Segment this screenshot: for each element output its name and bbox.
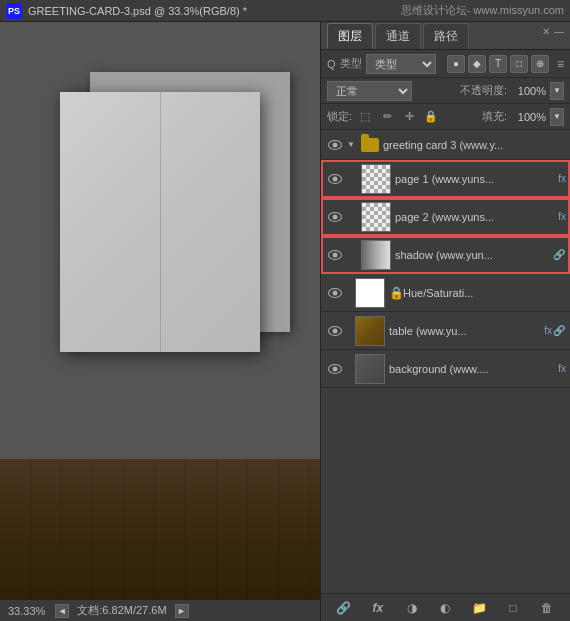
layer6-thumbnail (355, 354, 385, 384)
layer1-name: page 1 (www.yuns... (395, 173, 555, 185)
delete-layer-button[interactable]: 🗑 (536, 597, 558, 619)
group-expand-arrow[interactable]: ▼ (345, 139, 357, 151)
filter-type-label: 类型 (340, 56, 362, 71)
layer4-visibility-toggle[interactable] (325, 283, 345, 303)
link-layers-button[interactable]: 🔗 (333, 597, 355, 619)
zoom-level: 33.33% (8, 605, 45, 617)
layer6-name: background (www.... (389, 363, 555, 375)
filter-shape-icon[interactable]: □ (510, 55, 528, 73)
layer-item-background[interactable]: background (www.... fx (321, 350, 570, 388)
panel-footer: 🔗 fx ◑ ◐ 📁 □ 🗑 (321, 593, 570, 621)
panel-tabs: 图层 通道 路径 ✕ — (321, 22, 570, 50)
layer-group-greeting-card-3[interactable]: ▼ greeting card 3 (www.y... (321, 130, 570, 160)
layer1-visibility-toggle[interactable] (325, 169, 345, 189)
blend-mode-row: 正常 不透明度: 100% ▼ (321, 78, 570, 104)
eye-icon-layer5 (328, 326, 342, 336)
layer-item-table[interactable]: table (www.yu... fx 🔗 (321, 312, 570, 350)
lock-all-btn[interactable]: 🔒 (422, 108, 440, 126)
add-mask-button[interactable]: ◑ (401, 597, 423, 619)
lock-transparent-btn[interactable]: ⬚ (356, 108, 374, 126)
layer3-visibility-toggle[interactable] (325, 245, 345, 265)
layer-item-page2[interactable]: page 2 (www.yuns... fx (321, 198, 570, 236)
layers-list: ▼ greeting card 3 (www.y... page 1 (www.… (321, 130, 570, 593)
eye-icon-layer6 (328, 364, 342, 374)
layer2-visibility-toggle[interactable] (325, 207, 345, 227)
filter-row: Q 类型 类型 ● ◆ T □ ⊕ ≡ (321, 50, 570, 78)
lock-position-btn[interactable]: ✛ (400, 108, 418, 126)
new-group-button[interactable]: 📁 (468, 597, 490, 619)
layer5-link-icon: 🔗 (552, 324, 566, 338)
layer3-name: shadow (www.yun... (395, 249, 552, 261)
layer5-fx-badge: fx (544, 325, 552, 336)
eye-icon-layer2 (328, 212, 342, 222)
fill-dropdown[interactable]: ▼ (550, 108, 564, 126)
opacity-label: 不透明度: (460, 83, 507, 98)
tab-paths[interactable]: 路径 (423, 23, 469, 49)
filter-icons: ● ◆ T □ ⊕ (447, 55, 549, 73)
folder-icon (361, 138, 379, 152)
blend-mode-select[interactable]: 正常 (327, 81, 412, 101)
layer-item-shadow[interactable]: shadow (www.yun... 🔗 (321, 236, 570, 274)
filter-type-select[interactable]: 类型 (366, 54, 436, 74)
status-bar: 33.33% ◄ 文档:6.82M/27.6M ► (0, 599, 320, 621)
layer6-visibility-toggle[interactable] (325, 359, 345, 379)
eye-icon-layer1 (328, 174, 342, 184)
tab-layers[interactable]: 图层 (327, 23, 373, 49)
opacity-dropdown[interactable]: ▼ (550, 82, 564, 100)
greeting-card-wrapper (30, 52, 310, 519)
eye-icon-layer3 (328, 250, 342, 260)
layer4-name: Hue/Saturati... (403, 287, 566, 299)
layer4-thumbnail (355, 278, 385, 308)
window-title: GREETING-CARD-3.psd @ 33.3%(RGB/8) * (28, 5, 247, 17)
layer3-thumbnail (361, 240, 391, 270)
layer2-name: page 2 (www.yuns... (395, 211, 555, 223)
title-bar: PS GREETING-CARD-3.psd @ 33.3%(RGB/8) * … (0, 0, 570, 22)
layer3-link-icon: 🔗 (552, 248, 566, 262)
layers-panel: 图层 通道 路径 ✕ — Q 类型 类型 ● ◆ T □ ⊕ ≡ 正常 不透明度… (320, 22, 570, 621)
nav-arrow-right[interactable]: ► (175, 604, 189, 618)
layer2-thumbnail (361, 202, 391, 232)
new-layer-button[interactable]: □ (502, 597, 524, 619)
opacity-value: 100% (511, 85, 546, 97)
group-visibility-toggle[interactable] (325, 135, 345, 155)
file-info: 文档:6.82M/27.6M (77, 603, 166, 618)
layer5-name: table (www.yu... (389, 325, 541, 337)
filter-smart-icon[interactable]: ⊕ (531, 55, 549, 73)
layer5-thumbnail (355, 316, 385, 346)
lock-label: 锁定: (327, 109, 352, 124)
tab-channels[interactable]: 通道 (375, 23, 421, 49)
layer-item-page1[interactable]: page 1 (www.yuns... fx (321, 160, 570, 198)
layer4-adjustment-icon: 🔒 (389, 286, 403, 300)
layer6-fx-badge: fx (558, 363, 566, 374)
canvas-area (0, 22, 320, 599)
group-layer-name: greeting card 3 (www.y... (383, 139, 566, 151)
canvas-background (0, 22, 320, 599)
fill-value: 100% (511, 111, 546, 123)
lock-image-btn[interactable]: ✏ (378, 108, 396, 126)
filter-pixel-icon[interactable]: ● (447, 55, 465, 73)
layer1-thumbnail (361, 164, 391, 194)
new-adjustment-button[interactable]: ◐ (434, 597, 456, 619)
layer-item-hue-saturation[interactable]: 🔒 Hue/Saturati... (321, 274, 570, 312)
filter-label: Q (327, 58, 336, 70)
ps-icon: PS (6, 3, 22, 19)
layer2-fx-badge: fx (558, 211, 566, 222)
panel-close-button[interactable]: ✕ (542, 26, 550, 37)
add-fx-button[interactable]: fx (367, 597, 389, 619)
fill-label: 填充: (482, 109, 507, 124)
eye-icon (328, 140, 342, 150)
watermark-title: 思维设计论坛- www.missyun.com (401, 3, 564, 18)
filter-text-icon[interactable]: T (489, 55, 507, 73)
layer1-fx-badge: fx (558, 173, 566, 184)
panel-minimize-button[interactable]: — (554, 26, 564, 37)
eye-icon-layer4 (328, 288, 342, 298)
panel-menu-icon[interactable]: ≡ (557, 57, 564, 71)
layer5-visibility-toggle[interactable] (325, 321, 345, 341)
nav-arrow-left[interactable]: ◄ (55, 604, 69, 618)
card-front (60, 92, 260, 352)
lock-row: 锁定: ⬚ ✏ ✛ 🔒 填充: 100% ▼ (321, 104, 570, 130)
filter-adjust-icon[interactable]: ◆ (468, 55, 486, 73)
